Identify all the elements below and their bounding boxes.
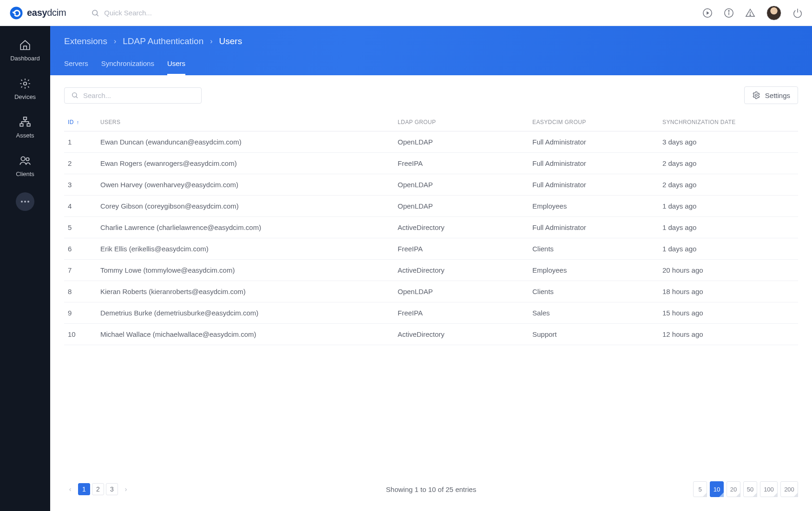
cell-sync-date: 1 days ago — [659, 196, 798, 217]
cell-sync-date: 1 days ago — [659, 238, 798, 260]
svg-point-22 — [755, 94, 758, 97]
breadcrumb-current: Users — [219, 36, 242, 46]
page-button[interactable]: 2 — [92, 483, 104, 495]
svg-point-7 — [728, 10, 729, 11]
col-header-id[interactable]: ID↑ — [64, 113, 97, 131]
col-header-users[interactable]: USERS — [97, 113, 394, 131]
page-size-button[interactable]: 200 — [780, 481, 798, 497]
gear-icon — [752, 91, 760, 99]
quick-search-input[interactable] — [104, 9, 216, 17]
table-search-input[interactable] — [83, 92, 195, 99]
svg-point-16 — [26, 158, 29, 161]
toolbar: Settings — [50, 75, 812, 111]
sidebar-item-devices[interactable]: Devices — [0, 71, 50, 107]
table-row[interactable]: 1Ewan Duncan (ewanduncan@easydcim.com)Op… — [64, 131, 798, 153]
cell-ldap-group: FreeIPA — [394, 153, 529, 174]
col-header-sync-date[interactable]: SYNCHRONIZATION DATE — [659, 113, 798, 131]
sidebar-item-clients[interactable]: Clients — [0, 148, 50, 184]
cell-user: Ewan Rogers (ewanrogers@easydcim.com) — [97, 153, 394, 174]
cell-user: Owen Harvey (owenharvey@easydcim.com) — [97, 174, 394, 196]
cell-id: 8 — [64, 281, 97, 302]
page-prev-button[interactable]: ‹ — [64, 483, 76, 495]
cell-id: 5 — [64, 217, 97, 238]
cell-user: Michael Wallace (michaelwallace@easydcim… — [97, 324, 394, 345]
more-horizontal-icon — [20, 200, 30, 203]
table-row[interactable]: 5Charlie Lawrence (charlielawrence@easyd… — [64, 217, 798, 238]
sidebar-more-button[interactable] — [16, 192, 34, 211]
table-row[interactable]: 2Ewan Rogers (ewanrogers@easydcim.com)Fr… — [64, 153, 798, 174]
cell-user: Tommy Lowe (tommylowe@easydcim.com) — [97, 260, 394, 281]
tab-users[interactable]: Users — [167, 59, 185, 75]
cell-easydcim-group: Employees — [529, 196, 659, 217]
col-header-ldap-group[interactable]: LDAP GROUP — [394, 113, 529, 131]
page-button[interactable]: 1 — [78, 483, 90, 495]
breadcrumb-extensions[interactable]: Extensions — [64, 36, 107, 46]
cell-sync-date: 2 days ago — [659, 174, 798, 196]
settings-button[interactable]: Settings — [744, 86, 798, 104]
table-row[interactable]: 8Kieran Roberts (kieranroberts@easydcim.… — [64, 281, 798, 302]
sidebar-item-dashboard[interactable]: Dashboard — [0, 33, 50, 68]
page-next-button[interactable]: › — [120, 483, 132, 495]
cell-id: 3 — [64, 174, 97, 196]
cell-sync-date: 1 days ago — [659, 217, 798, 238]
cell-ldap-group: OpenLDAP — [394, 281, 529, 302]
table-search[interactable] — [64, 87, 202, 104]
page-size-button[interactable]: 20 — [727, 481, 740, 497]
sidebar-item-label: Clients — [16, 170, 34, 177]
table-row[interactable]: 9Demetrius Burke (demetriusburke@easydci… — [64, 302, 798, 324]
cell-id: 7 — [64, 260, 97, 281]
avatar[interactable] — [766, 6, 781, 20]
breadcrumb-ldap-auth[interactable]: LDAP Authentication — [123, 36, 203, 46]
table-row[interactable]: 7Tommy Lowe (tommylowe@easydcim.com)Acti… — [64, 260, 798, 281]
table-row[interactable]: 3Owen Harvey (owenharvey@easydcim.com)Op… — [64, 174, 798, 196]
cell-user: Corey Gibson (coreygibson@easydcim.com) — [97, 196, 394, 217]
chevron-right-icon: › — [114, 37, 116, 46]
cell-easydcim-group: Full Administrator — [529, 174, 659, 196]
power-icon[interactable] — [792, 8, 803, 18]
table-row[interactable]: 10Michael Wallace (michaelwallace@easydc… — [64, 324, 798, 345]
quick-search[interactable] — [91, 9, 216, 17]
cell-easydcim-group: Clients — [529, 281, 659, 302]
cell-sync-date: 20 hours ago — [659, 260, 798, 281]
tab-servers[interactable]: Servers — [64, 59, 88, 75]
table-row[interactable]: 4Corey Gibson (coreygibson@easydcim.com)… — [64, 196, 798, 217]
users-table-wrap: ID↑ USERS LDAP GROUP EASYDCIM GROUP SYNC… — [50, 111, 812, 472]
cell-id: 1 — [64, 131, 97, 153]
chevron-right-icon: › — [210, 37, 212, 46]
cell-sync-date: 18 hours ago — [659, 281, 798, 302]
sidebar: Dashboard Devices Assets Clients — [0, 26, 50, 511]
sidebar-item-label: Assets — [16, 132, 34, 139]
info-icon[interactable] — [724, 8, 734, 18]
page-size-button[interactable]: 10 — [710, 481, 724, 497]
users-icon — [19, 155, 31, 167]
warning-icon[interactable] — [745, 8, 755, 18]
svg-line-21 — [76, 97, 78, 98]
cell-user: Demetrius Burke (demetriusburke@easydcim… — [97, 302, 394, 324]
play-icon[interactable] — [702, 8, 713, 18]
table-row[interactable]: 6Erik Ellis (erikellis@easydcim.com)Free… — [64, 238, 798, 260]
svg-point-17 — [21, 201, 23, 203]
cell-ldap-group: ActiveDirectory — [394, 324, 529, 345]
cell-id: 10 — [64, 324, 97, 345]
cell-user: Charlie Lawrence (charlielawrence@easydc… — [97, 217, 394, 238]
svg-point-18 — [24, 201, 26, 203]
page-size-button[interactable]: 100 — [760, 481, 778, 497]
sidebar-item-assets[interactable]: Assets — [0, 110, 50, 145]
search-icon — [71, 92, 79, 99]
logo[interactable]: easydcim — [9, 6, 66, 20]
cell-ldap-group: OpenLDAP — [394, 174, 529, 196]
page-size-button[interactable]: 50 — [743, 481, 757, 497]
col-header-easydcim-group[interactable]: EASYDCIM GROUP — [529, 113, 659, 131]
svg-point-15 — [21, 157, 25, 161]
page-button[interactable]: 3 — [106, 483, 118, 495]
tab-synchronizations[interactable]: Synchronizations — [101, 59, 154, 75]
cell-sync-date: 3 days ago — [659, 131, 798, 153]
cell-sync-date: 15 hours ago — [659, 302, 798, 324]
page-size-button[interactable]: 5 — [693, 481, 707, 497]
search-icon — [91, 9, 99, 17]
svg-point-9 — [750, 14, 751, 15]
svg-rect-12 — [24, 117, 27, 119]
cell-ldap-group: ActiveDirectory — [394, 260, 529, 281]
logo-icon — [9, 6, 23, 20]
tabs: Servers Synchronizations Users — [50, 51, 812, 75]
